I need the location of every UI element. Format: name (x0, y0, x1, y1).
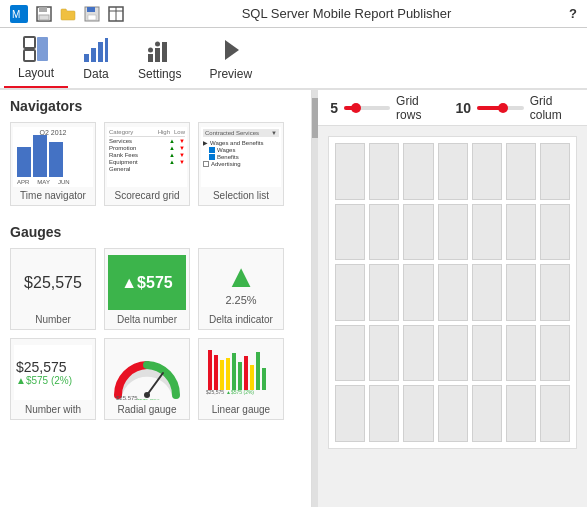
canvas-cell[interactable] (438, 325, 468, 382)
tab-data-label: Data (83, 67, 108, 81)
canvas-cell[interactable] (438, 204, 468, 261)
svg-rect-11 (24, 37, 35, 48)
help-button[interactable]: ? (569, 6, 577, 21)
canvas-cell[interactable] (472, 325, 502, 382)
svg-text:▲$575 (2%): ▲$575 (2%) (132, 398, 160, 400)
canvas-cell[interactable] (540, 264, 570, 321)
canvas-cell[interactable] (335, 385, 365, 442)
svg-rect-6 (87, 7, 95, 12)
cols-label: Grid colum (530, 94, 575, 122)
left-panel-scrollbar[interactable] (312, 90, 318, 507)
number-with-delta-card[interactable]: $25,575 ▲$575 (2%) Number with (10, 338, 96, 420)
cols-slider[interactable] (477, 106, 524, 110)
time-navigator-label: Time navigator (20, 190, 86, 201)
canvas-cell[interactable] (472, 385, 502, 442)
tab-layout[interactable]: Layout (4, 28, 68, 88)
gauges-card-grid: $25,575 Number ▲$575 Delta number ▲ 2.25… (0, 244, 311, 430)
canvas-grid (328, 136, 577, 449)
canvas-cell[interactable] (472, 264, 502, 321)
folder-icon[interactable] (60, 6, 76, 22)
canvas-cell[interactable] (369, 325, 399, 382)
right-panel: 5 Grid rows 10 Grid colum (318, 90, 587, 507)
settings-icon (146, 36, 174, 64)
canvas-cell[interactable] (506, 204, 536, 261)
scorecard-grid-card[interactable]: CategoryHighLow Services▲▼ Promotion▲▼ R… (104, 122, 190, 206)
time-navigator-card[interactable]: Q2 2012 APRMAYJUN Time navigator (10, 122, 96, 206)
cols-slider-thumb[interactable] (498, 103, 508, 113)
delta-number-label: Delta number (117, 314, 177, 325)
number-value: $25,575 (24, 275, 82, 291)
selection-list-card[interactable]: Contracted Services▼ ▶Wages and Benefits… (198, 122, 284, 206)
canvas-cell[interactable] (506, 143, 536, 200)
canvas-cell[interactable] (403, 385, 433, 442)
delta-indicator-label: Delta indicator (209, 314, 273, 325)
canvas-cell[interactable] (438, 264, 468, 321)
canvas-cell[interactable] (403, 264, 433, 321)
number-gauge-card[interactable]: $25,575 Number (10, 248, 96, 330)
canvas-cell[interactable] (506, 385, 536, 442)
canvas-cell[interactable] (540, 325, 570, 382)
tab-settings-label: Settings (138, 67, 181, 81)
canvas-cell[interactable] (506, 325, 536, 382)
delta-number-card[interactable]: ▲$575 Delta number (104, 248, 190, 330)
canvas-cell[interactable] (506, 264, 536, 321)
delta-indicator-card[interactable]: ▲ 2.25% Delta indicator (198, 248, 284, 330)
canvas-cell[interactable] (369, 264, 399, 321)
canvas-cell[interactable] (540, 385, 570, 442)
table-icon[interactable] (108, 6, 124, 22)
time-navigator-preview: Q2 2012 APRMAYJUN (13, 127, 93, 187)
canvas-cell[interactable] (369, 204, 399, 261)
app-icon: M (10, 5, 28, 23)
canvas-cell[interactable] (540, 204, 570, 261)
canvas-cell[interactable] (540, 143, 570, 200)
svg-rect-29 (208, 350, 212, 390)
svg-rect-15 (91, 48, 96, 62)
linear-gauge-label: Linear gauge (212, 404, 270, 415)
svg-rect-35 (244, 356, 248, 390)
canvas-cell[interactable] (472, 143, 502, 200)
tab-preview[interactable]: Preview (195, 28, 266, 88)
delta-arrow-icon: ▲ (225, 260, 257, 292)
svg-rect-4 (39, 15, 49, 20)
canvas-cell[interactable] (438, 385, 468, 442)
svg-point-21 (148, 47, 153, 52)
rows-slider-thumb[interactable] (351, 103, 361, 113)
svg-rect-36 (250, 365, 254, 390)
svg-rect-38 (262, 368, 266, 390)
canvas-cell[interactable] (369, 143, 399, 200)
disk-icon[interactable] (36, 6, 52, 22)
canvas-cell[interactable] (335, 325, 365, 382)
radial-gauge-card[interactable]: $25,575 ▲$575 (2%) Radial gauge (104, 338, 190, 420)
canvas-cell[interactable] (472, 204, 502, 261)
canvas-cell[interactable] (403, 143, 433, 200)
svg-rect-18 (148, 54, 153, 62)
save-icon[interactable] (84, 6, 100, 22)
scroll-thumb[interactable] (312, 98, 318, 138)
tab-layout-label: Layout (18, 66, 54, 80)
canvas-cell[interactable] (438, 143, 468, 200)
svg-rect-16 (98, 42, 103, 62)
canvas-cell[interactable] (403, 325, 433, 382)
svg-rect-19 (155, 48, 160, 62)
canvas-cell[interactable] (335, 143, 365, 200)
svg-rect-37 (256, 352, 260, 390)
linear-gauge-card[interactable]: $25,575 ▲$575 (2%) Linear gauge (198, 338, 284, 420)
svg-rect-13 (37, 37, 48, 61)
title-bar-icons: M (10, 5, 124, 23)
grid-controls: 5 Grid rows 10 Grid colum (318, 90, 587, 126)
delta-value: ▲$575 (121, 274, 172, 292)
canvas-cell[interactable] (403, 204, 433, 261)
tab-data[interactable]: Data (68, 28, 124, 88)
canvas-cell[interactable] (369, 385, 399, 442)
cols-control-group: 10 Grid colum (455, 94, 575, 122)
number-label: Number (35, 314, 71, 325)
canvas-cell[interactable] (335, 204, 365, 261)
canvas-cell[interactable] (335, 264, 365, 321)
tab-preview-label: Preview (209, 67, 252, 81)
delta-number-preview: ▲$575 (108, 255, 186, 310)
scorecard-preview: CategoryHighLow Services▲▼ Promotion▲▼ R… (107, 127, 187, 187)
svg-rect-33 (232, 353, 236, 390)
number-with-delta-preview: $25,575 ▲$575 (2%) (14, 345, 92, 400)
rows-slider[interactable] (344, 106, 390, 110)
tab-settings[interactable]: Settings (124, 28, 195, 88)
